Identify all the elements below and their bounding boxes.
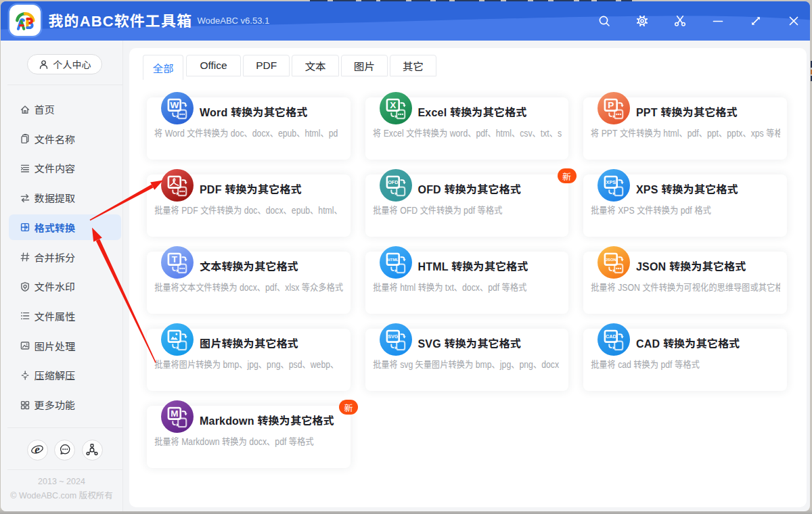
svg-text:T: T: [172, 254, 178, 264]
svg-text:CAD: CAD: [606, 333, 616, 340]
svg-text:P: P: [608, 100, 614, 110]
svg-text:e: e: [35, 443, 40, 456]
svg-text:W: W: [170, 100, 179, 110]
svg-text:HTML: HTML: [387, 258, 399, 262]
svg-text:JSON: JSON: [606, 258, 616, 262]
svg-text:XPS: XPS: [606, 179, 616, 185]
svg-text:X: X: [390, 100, 396, 110]
svg-text:OFD: OFD: [388, 179, 398, 185]
svg-text:SVG: SVG: [388, 333, 399, 340]
svg-text:M: M: [171, 408, 178, 419]
